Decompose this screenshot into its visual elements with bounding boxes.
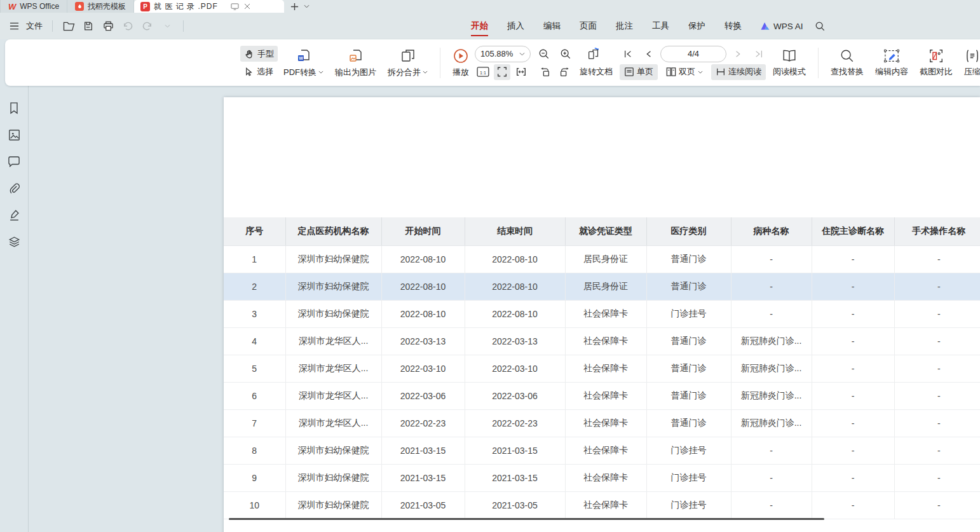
first-page-button[interactable] [620,46,636,62]
comments-icon[interactable] [7,154,21,168]
table-cell: 2022-08-10 [381,245,465,273]
screenshot-compare-button[interactable]: 截图对比 [914,43,958,83]
ribbon-tab-page[interactable]: 页面 [570,13,606,39]
table-cell: 社会保障卡 [565,464,646,491]
table-cell: 2022-03-06 [381,382,465,409]
close-tab-icon[interactable] [244,3,250,10]
tab-document[interactable]: P 就 医 记 录 .PDF [134,0,284,13]
ribbon-tab-home[interactable]: 开始 [461,13,498,39]
table-cell: 门诊挂号 [646,491,731,519]
fit-page-button[interactable] [494,64,510,80]
attachments-icon[interactable] [7,181,21,195]
bookmarks-icon[interactable] [7,101,21,115]
table-row: 5深圳市龙华区人...2022-03-102022-03-10社会保障卡普通门诊… [224,355,980,382]
split-merge-label: 拆分合并 [388,67,421,78]
table-horizontal-scrollbar[interactable] [229,518,824,520]
single-page-button[interactable]: 单页 [620,64,658,80]
hamburger-menu-icon[interactable] [6,18,22,34]
col-header-index: 序号 [224,217,285,245]
table-cell: 8 [224,437,285,464]
table-cell: - [894,437,980,464]
table-cell: - [812,409,894,437]
table-cell: - [812,300,894,327]
table-cell: 2022-08-10 [465,273,565,300]
table-row: 1深圳市妇幼保健院2022-08-102022-08-10居民身份证普通门诊--… [224,245,980,273]
undo-icon[interactable] [120,18,135,34]
page-number-input[interactable]: 4/4 [660,46,726,62]
hand-tool-label: 手型 [257,48,274,60]
ribbon-tab-comment[interactable]: 批注 [606,13,643,39]
table-row: 7深圳市龙华区人...2022-02-232022-02-23社会保障卡普通门诊… [224,409,980,437]
double-page-button[interactable]: 双页 [662,64,707,80]
col-header-inpatient-diagnosis: 住院主诊断名称 [812,217,894,245]
table-cell: - [894,327,980,355]
table-row: 4深圳市龙华区人...2022-03-132022-03-13社会保障卡普通门诊… [224,327,980,355]
ribbon-tab-convert[interactable]: 转换 [715,13,751,39]
find-replace-button[interactable]: 查找替换 [825,43,869,83]
docer-icon [75,2,84,11]
fit-width-button[interactable] [513,64,529,80]
pdf-convert-button[interactable]: W PDF转换 [278,43,329,83]
export-image-button[interactable]: 输出为图片 [329,43,382,83]
screenshot-compare-label: 截图对比 [920,66,953,78]
tab-docer-templates[interactable]: 找稻壳模板 [67,0,134,13]
rotate-doc-label[interactable]: 旋转文档 [575,64,617,80]
redo-icon[interactable] [140,18,155,34]
continuous-read-button[interactable]: 连续阅读 [711,64,766,80]
ribbon-tab-insert[interactable]: 插入 [498,13,534,39]
table-cell: 普通门诊 [646,382,731,409]
signature-icon[interactable] [7,208,21,222]
table-cell: - [731,300,812,327]
rotate-doc-icon[interactable] [585,46,602,62]
wps-ai-button[interactable]: WPS AI [760,22,803,31]
split-merge-button[interactable]: 拆分合并 [382,43,433,83]
table-cell: 2021-03-15 [381,437,465,464]
tab-list-chevron-icon[interactable] [304,4,310,8]
save-icon[interactable] [81,18,96,34]
hand-tool-button[interactable]: 手型 [240,46,278,62]
table-cell: 社会保障卡 [565,382,646,409]
print-icon[interactable] [100,18,116,34]
table-cell: 2021-03-05 [465,491,565,519]
ribbon-tab-edit[interactable]: 编辑 [534,13,570,39]
new-tab-button[interactable] [290,3,299,11]
last-page-button[interactable] [751,46,767,62]
play-button[interactable]: 播放 [447,43,475,83]
thumbnails-icon[interactable] [7,128,21,142]
float-window-icon[interactable] [231,3,239,10]
rotate-right-button[interactable] [556,64,573,80]
open-file-icon[interactable] [61,18,76,34]
actual-size-button[interactable]: 1:1 [475,64,491,80]
zoom-in-button[interactable] [557,46,574,62]
pdf-convert-label: PDF转换 [283,67,316,78]
chevron-down-icon [519,52,525,56]
select-tool-button[interactable]: 选择 [240,64,278,79]
table-cell: 2 [224,273,285,300]
document-viewer[interactable]: 序号 定点医药机构名称 开始时间 结束时间 就诊凭证类型 医疗类别 病种名称 住… [29,86,980,532]
quick-access-chevron-icon[interactable] [160,18,175,34]
read-mode-button[interactable]: 阅读模式 [767,43,812,83]
hand-icon [244,49,254,59]
menu-search-icon[interactable] [815,21,825,31]
export-image-icon [348,48,364,64]
rotate-left-button[interactable] [537,64,554,80]
edit-content-button[interactable]: 编辑内容 [869,43,914,83]
table-cell: 社会保障卡 [565,327,646,355]
ribbon-tab-tools[interactable]: 工具 [643,13,679,39]
zoom-level-value: 105.88% [480,49,513,58]
pdf-page: 序号 定点医药机构名称 开始时间 结束时间 就诊凭证类型 医疗类别 病种名称 住… [224,97,980,532]
table-cell: 2022-03-13 [465,327,565,355]
zoom-level-dropdown[interactable]: 105.88% [475,46,531,62]
zoom-out-button[interactable] [536,46,552,62]
prev-page-button[interactable] [640,46,657,62]
compress-button[interactable]: 压缩 [958,43,980,83]
table-cell: 社会保障卡 [565,437,646,464]
ribbon-tab-protect[interactable]: 保护 [679,13,715,39]
tab-docer-label: 找稻壳模板 [88,1,126,12]
layers-icon[interactable] [7,235,21,249]
next-page-button[interactable] [730,46,747,62]
table-cell: - [812,245,894,273]
file-menu[interactable]: 文件 [26,20,43,32]
table-cell: 10 [224,491,285,519]
tab-wps-home[interactable]: W WPS Office [0,0,67,13]
